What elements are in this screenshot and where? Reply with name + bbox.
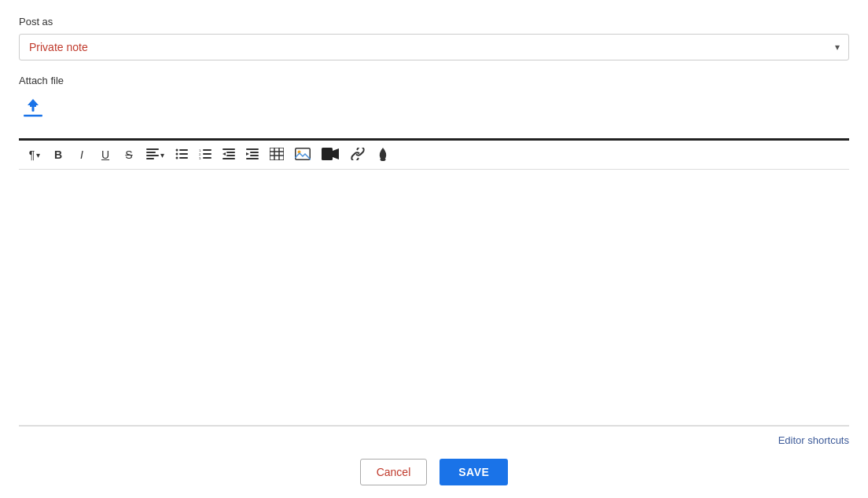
indent-button[interactable] — [241, 144, 263, 166]
editor-toolbar: ¶ ▾ B I U S — [19, 141, 849, 170]
svg-rect-28 — [250, 155, 259, 156]
svg-marker-38 — [333, 148, 339, 159]
underline-icon: U — [101, 148, 109, 161]
svg-rect-11 — [179, 153, 188, 155]
svg-rect-29 — [246, 158, 259, 159]
outdent-button[interactable] — [218, 144, 240, 166]
outdent-icon — [223, 148, 235, 162]
svg-marker-22 — [223, 152, 226, 156]
table-icon — [270, 148, 284, 163]
svg-rect-26 — [250, 152, 259, 153]
svg-rect-4 — [146, 148, 159, 150]
editor-textarea[interactable] — [19, 170, 849, 327]
align-dropdown-arrow: ▾ — [160, 151, 164, 159]
editor-content-area[interactable] — [19, 170, 849, 426]
highlight-button[interactable] — [372, 144, 394, 166]
video-button[interactable] — [317, 144, 344, 166]
upload-area — [19, 94, 849, 123]
svg-rect-6 — [146, 155, 159, 156]
image-button[interactable] — [290, 144, 315, 166]
ordered-list-button[interactable]: 1. 2. 3. — [194, 144, 216, 166]
bottom-section: Editor shortcuts Cancel SAVE — [19, 426, 849, 498]
table-button[interactable] — [265, 144, 289, 166]
post-as-wrapper: Private note Public reply Internal note … — [19, 34, 849, 60]
svg-text:3.: 3. — [199, 156, 201, 159]
align-icon — [146, 148, 159, 162]
svg-rect-0 — [24, 115, 42, 117]
svg-marker-2 — [28, 99, 39, 107]
svg-marker-27 — [246, 152, 249, 156]
svg-rect-25 — [246, 148, 259, 150]
actions-row: Cancel SAVE — [19, 459, 849, 498]
indent-icon — [246, 148, 259, 162]
svg-rect-13 — [179, 157, 188, 159]
svg-rect-37 — [322, 148, 333, 160]
shortcuts-row: Editor shortcuts — [19, 431, 849, 459]
svg-rect-19 — [203, 157, 211, 159]
paragraph-dropdown-arrow: ▾ — [36, 151, 40, 159]
svg-rect-15 — [203, 149, 211, 151]
bold-icon: B — [54, 148, 62, 161]
save-button[interactable]: SAVE — [440, 459, 508, 485]
align-button[interactable]: ▾ — [142, 144, 169, 166]
image-icon — [295, 148, 311, 163]
svg-rect-20 — [223, 148, 235, 150]
svg-rect-7 — [146, 158, 154, 159]
unordered-list-button[interactable] — [171, 144, 193, 166]
italic-button[interactable]: I — [71, 144, 93, 166]
strikethrough-icon: S — [125, 148, 132, 161]
svg-rect-5 — [146, 152, 156, 153]
strikethrough-button[interactable]: S — [118, 144, 140, 166]
upload-button[interactable] — [19, 94, 47, 123]
unordered-list-icon — [175, 148, 188, 162]
link-icon — [350, 148, 366, 163]
highlight-icon — [377, 147, 388, 163]
italic-icon: I — [80, 148, 83, 161]
video-icon — [322, 148, 339, 163]
attach-file-label: Attach file — [19, 75, 849, 86]
underline-button[interactable]: U — [94, 144, 116, 166]
post-as-label: Post as — [19, 16, 849, 27]
svg-rect-23 — [226, 155, 235, 156]
svg-point-10 — [176, 152, 178, 155]
bold-button[interactable]: B — [47, 144, 69, 166]
cancel-button[interactable]: Cancel — [360, 459, 428, 485]
link-button[interactable] — [345, 144, 370, 166]
paragraph-icon: ¶ — [29, 148, 35, 161]
ordered-list-icon: 1. 2. 3. — [199, 148, 211, 162]
editor-shortcuts-link[interactable]: Editor shortcuts — [778, 434, 849, 446]
svg-rect-24 — [223, 158, 235, 159]
post-as-select[interactable]: Private note Public reply Internal note — [19, 34, 849, 60]
paragraph-button[interactable]: ¶ ▾ — [24, 144, 46, 166]
svg-point-8 — [176, 148, 178, 151]
svg-rect-17 — [203, 153, 211, 155]
svg-rect-35 — [296, 148, 311, 159]
svg-rect-21 — [226, 152, 235, 153]
svg-rect-30 — [270, 148, 284, 160]
page-container: Post as Private note Public reply Intern… — [0, 0, 868, 498]
upload-icon — [22, 97, 44, 119]
svg-point-12 — [176, 156, 178, 159]
svg-rect-9 — [179, 149, 188, 151]
